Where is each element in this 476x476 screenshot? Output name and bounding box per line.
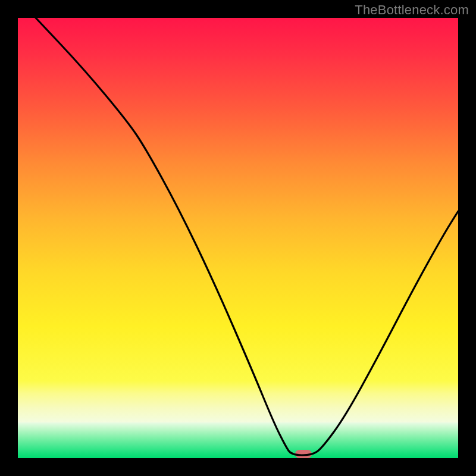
chart-frame: TheBottleneck.com [0,0,476,476]
curve-path [36,18,458,455]
watermark-text: TheBottleneck.com [355,2,469,18]
plot-area [18,18,458,458]
bottleneck-curve [18,18,458,458]
